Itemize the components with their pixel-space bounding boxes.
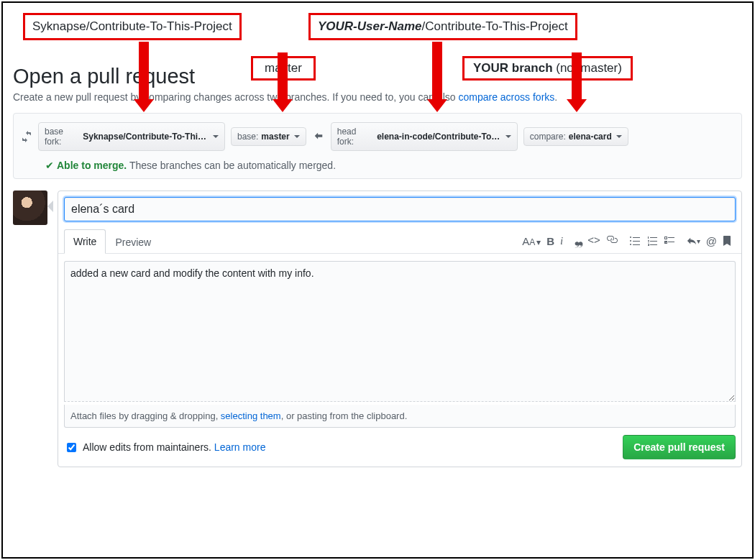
subtitle-pre: Create a new pull request by comparing c…	[13, 91, 458, 103]
base-fork-selector[interactable]: base fork: Syknapse/Contribute-To-This-P…	[38, 122, 225, 151]
base-fork-value: Syknapse/Contribute-To-This-P...	[83, 132, 209, 142]
annotation-base-fork: Syknapse/Contribute-To-This-Project	[23, 13, 242, 40]
allow-edits-checkbox-row[interactable]: Allow edits from maintainers. Learn more	[64, 441, 265, 454]
annotation-base-fork-text: Syknapse/Contribute-To-This-Project	[32, 19, 232, 33]
pr-body-textarea[interactable]	[64, 261, 736, 402]
learn-more-link[interactable]: Learn more	[214, 441, 266, 453]
attach-hint[interactable]: Attach files by dragging & dropping, sel…	[64, 405, 736, 428]
compare-branch-value: elena-card	[569, 132, 612, 142]
annotation-head-fork: YOUR-User-Name/Contribute-To-This-Projec…	[308, 13, 577, 40]
arrow-left-icon	[312, 131, 325, 143]
markdown-toolbar: AA▾ B i ❟❟ <> ▾	[522, 234, 736, 249]
allow-edits-checkbox[interactable]	[67, 443, 76, 452]
compare-branch-label: compare:	[530, 132, 566, 142]
page-title: Open a pull request	[13, 65, 742, 88]
compare-across-forks-link[interactable]: compare across forks	[458, 91, 554, 103]
subtitle-post: .	[554, 91, 557, 103]
annotation-compare-branch-prefix: YOUR branch	[473, 61, 553, 75]
page-subtitle: Create a new pull request by comparing c…	[13, 91, 742, 103]
annotation-head-fork-suffix: /Contribute-To-This-Project	[422, 19, 568, 33]
base-fork-label: base fork:	[45, 127, 80, 147]
unordered-list-icon[interactable]	[629, 235, 641, 247]
annotation-base-branch: master	[251, 56, 316, 81]
caret-down-icon	[213, 135, 219, 138]
base-branch-label: base:	[237, 132, 258, 142]
header-icon[interactable]: AA▾	[522, 235, 541, 247]
caret-down-icon	[294, 135, 300, 138]
head-fork-value: elena-in-code/Contribute-To-T...	[377, 132, 501, 142]
saved-reply-icon[interactable]	[723, 235, 731, 247]
user-avatar	[13, 191, 47, 225]
tab-write[interactable]: Write	[64, 229, 106, 254]
base-branch-value: master	[261, 132, 289, 142]
compare-branch-selector[interactable]: compare: elena-card	[523, 127, 628, 146]
git-compare-icon	[21, 131, 32, 142]
annotation-head-fork-prefix: YOUR-User-Name	[318, 19, 422, 33]
merge-status: ✔Able to merge. These branches can be au…	[21, 160, 734, 171]
merge-status-ok: Able to merge.	[57, 160, 127, 171]
pr-form: Write Preview AA▾ B i ❟❟ <>	[58, 191, 742, 467]
base-branch-selector[interactable]: base: master	[231, 127, 306, 146]
quote-icon[interactable]: ❟❟	[575, 234, 582, 249]
head-fork-selector[interactable]: head fork: elena-in-code/Contribute-To-T…	[331, 122, 518, 151]
tab-preview[interactable]: Preview	[106, 230, 160, 254]
compare-strip: base fork: Syknapse/Contribute-To-This-P…	[13, 113, 742, 179]
task-list-icon[interactable]	[664, 235, 675, 247]
reply-icon[interactable]: ▾	[687, 235, 700, 247]
italic-icon[interactable]: i	[560, 235, 563, 247]
code-icon[interactable]: <>	[587, 234, 600, 249]
caret-down-icon	[505, 135, 511, 138]
selecting-them-link[interactable]: selecting them	[221, 410, 281, 421]
annotation-compare-branch: YOUR branch (not master)	[462, 56, 633, 81]
bold-icon[interactable]: B	[546, 235, 554, 247]
pr-title-input[interactable]	[64, 197, 736, 221]
attach-post: , or pasting from the clipboard.	[281, 410, 408, 421]
caret-down-icon	[616, 135, 622, 138]
create-pull-request-button[interactable]: Create pull request	[623, 435, 736, 459]
allow-edits-label: Allow edits from maintainers.	[83, 441, 211, 453]
head-fork-label: head fork:	[337, 127, 374, 147]
annotation-compare-branch-suffix: (not master)	[553, 61, 622, 75]
annotation-base-branch-text: master	[265, 61, 302, 75]
check-icon: ✔	[45, 160, 54, 171]
mention-icon[interactable]: @	[706, 235, 717, 247]
merge-status-rest: These branches can be automatically merg…	[127, 160, 336, 171]
link-icon[interactable]	[606, 234, 618, 249]
ordered-list-icon[interactable]	[646, 235, 658, 247]
attach-pre: Attach files by dragging & dropping,	[70, 410, 221, 421]
